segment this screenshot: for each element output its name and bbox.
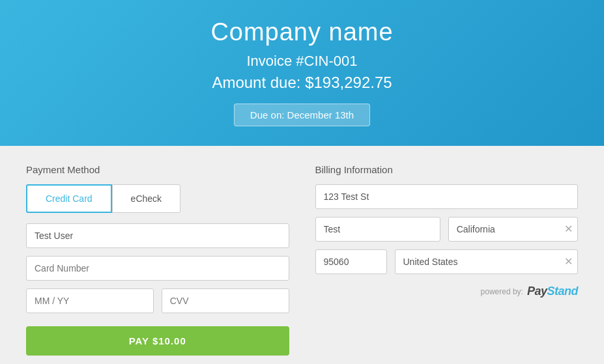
address-input[interactable] — [315, 184, 579, 209]
billing-info-title: Billing Information — [315, 164, 579, 175]
amount-due: Amount due: $193,292.75 — [13, 74, 591, 92]
state-input[interactable] — [448, 217, 578, 242]
payment-method-panel: Payment Method Credit Card eCheck PAY $1… — [26, 164, 289, 356]
footer-branding: powered by: PayStand — [315, 285, 579, 298]
pay-button[interactable]: PAY $10.00 — [26, 326, 289, 356]
payment-method-title: Payment Method — [26, 164, 289, 175]
billing-info-panel: Billing Information ✕ ✕ powered by: PayS… — [315, 164, 579, 356]
country-select-wrapper: ✕ — [395, 249, 579, 274]
state-clear-button[interactable]: ✕ — [564, 224, 573, 234]
city-input[interactable] — [315, 217, 440, 242]
expiry-input[interactable] — [26, 288, 154, 313]
payment-tabs: Credit Card eCheck — [26, 184, 289, 213]
city-state-row: ✕ — [315, 217, 579, 242]
zip-input[interactable] — [315, 249, 387, 274]
country-input[interactable] — [395, 249, 579, 274]
header-section: Company name Invoice #CIN-001 Amount due… — [0, 0, 604, 146]
body-section: Payment Method Credit Card eCheck PAY $1… — [0, 146, 604, 364]
expiry-cvv-row — [26, 288, 289, 313]
company-name: Company name — [13, 18, 591, 46]
cardholder-name-input[interactable] — [26, 223, 289, 248]
country-clear-button[interactable]: ✕ — [564, 257, 573, 267]
card-number-input[interactable] — [26, 256, 289, 281]
invoice-number: Invoice #CIN-001 — [13, 53, 591, 70]
powered-by-label: powered by: — [481, 287, 523, 296]
paystand-logo: PayStand — [527, 285, 578, 298]
zip-country-row: ✕ — [315, 249, 579, 274]
tab-credit-card[interactable]: Credit Card — [26, 184, 112, 213]
due-date-badge: Due on: December 13th — [234, 104, 370, 126]
cvv-input[interactable] — [162, 288, 289, 313]
tab-echeck[interactable]: eCheck — [112, 184, 180, 213]
state-select-wrapper: ✕ — [448, 217, 578, 242]
